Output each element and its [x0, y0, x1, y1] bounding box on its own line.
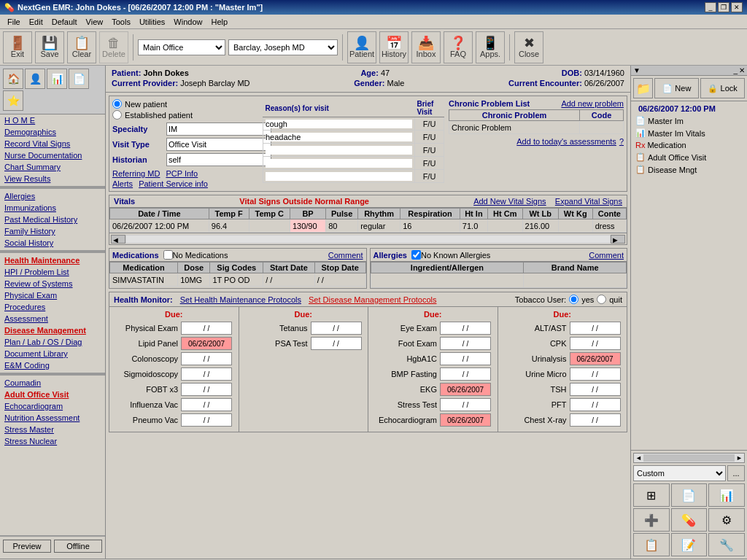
- sidebar-item-nurse-doc[interactable]: Nurse Documentation: [0, 149, 105, 161]
- menu-tools[interactable]: Tools: [107, 16, 135, 28]
- hm-protocol1-link[interactable]: Set Health Maintenance Protocols: [180, 295, 301, 304]
- office-select[interactable]: Main Office: [138, 39, 225, 55]
- menu-default[interactable]: Default: [47, 16, 82, 28]
- sidebar-item-coumadin[interactable]: Coumadin: [0, 377, 105, 389]
- menu-file[interactable]: File: [3, 16, 25, 28]
- tree-item-medication[interactable]: Rx Medication: [632, 139, 746, 151]
- clear-button[interactable]: 📋 Clear: [67, 31, 96, 63]
- fr-grid-btn-6[interactable]: ⚙: [708, 508, 745, 532]
- referring-md-link[interactable]: Referring MD: [112, 169, 160, 178]
- sidebar-item-procedures[interactable]: Procedures: [0, 301, 105, 313]
- reason-input-3[interactable]: [266, 146, 412, 155]
- window-controls[interactable]: _ ❐ ✕: [705, 2, 743, 12]
- sidebar-item-stress-master[interactable]: Stress Master: [0, 424, 105, 435]
- tree-item-master-im[interactable]: 📄 Master Im: [632, 114, 746, 127]
- hm-protocol2-link[interactable]: Set Disease Management Protocols: [309, 295, 436, 304]
- hm-psa-value[interactable]: / /: [311, 337, 362, 350]
- hm-inf-value[interactable]: / /: [181, 398, 232, 411]
- vitals-scrollbar[interactable]: ◄ ►: [109, 233, 627, 244]
- sidebar-item-assessment[interactable]: Assessment: [0, 313, 105, 324]
- no-meds-checkbox[interactable]: [163, 250, 173, 260]
- fr-grid-btn-7[interactable]: 📋: [633, 533, 670, 556]
- fao-button[interactable]: ❓ FAQ: [444, 31, 473, 63]
- reason-input-5[interactable]: [266, 172, 412, 181]
- tree-item-disease-mngt[interactable]: 📋 Disease Mngt: [632, 163, 746, 176]
- sidebar-item-adult-office[interactable]: Adult Office Visit: [0, 389, 105, 400]
- fr-custom-select[interactable]: Custom: [633, 465, 726, 481]
- reason-input-1[interactable]: [266, 120, 412, 128]
- nav-icon-chart[interactable]: 📊: [47, 69, 67, 89]
- hm-tsh-value[interactable]: / /: [570, 383, 621, 396]
- help-link[interactable]: ?: [619, 137, 624, 146]
- menu-help[interactable]: Help: [206, 16, 232, 28]
- nav-icon-person[interactable]: 👤: [25, 69, 45, 89]
- exit-button[interactable]: 🚪 Exit: [3, 31, 32, 63]
- sidebar-item-plan-lab[interactable]: Plan / Lab / OS / Diag: [0, 336, 105, 348]
- fr-grid-btn-8[interactable]: 📝: [671, 533, 708, 556]
- patient-service-link[interactable]: Patient Service info: [139, 179, 208, 188]
- sidebar-item-em-coding[interactable]: E&M Coding: [0, 359, 105, 371]
- fr-grid-btn-4[interactable]: ➕: [633, 508, 670, 532]
- fr-ellipsis-btn[interactable]: ...: [727, 465, 745, 481]
- minimize-btn[interactable]: _: [705, 2, 716, 12]
- menu-view[interactable]: View: [82, 16, 108, 28]
- fr-scrollbar[interactable]: ◄ ►: [633, 453, 745, 463]
- restore-btn[interactable]: ❐: [718, 2, 729, 12]
- preview-button[interactable]: Preview: [3, 540, 51, 553]
- sidebar-item-home[interactable]: H O M E: [0, 114, 105, 126]
- sidebar-item-disease-management[interactable]: Disease Management: [0, 324, 105, 336]
- nav-icon-home[interactable]: 🏠: [3, 69, 23, 89]
- hm-sig-value[interactable]: / /: [181, 368, 232, 381]
- menu-window[interactable]: Window: [169, 16, 206, 28]
- hm-eye-value[interactable]: / /: [440, 322, 491, 335]
- hm-tet-value[interactable]: / /: [311, 322, 362, 335]
- fr-min-btn[interactable]: _: [733, 66, 738, 74]
- patient-button[interactable]: 👤 Patient: [347, 31, 376, 63]
- sidebar-item-demographics[interactable]: Demographics: [0, 126, 105, 138]
- sidebar-item-document-library[interactable]: Document Library: [0, 348, 105, 359]
- pcp-info-link[interactable]: PCP Info: [166, 169, 198, 178]
- fr-grid-btn-5[interactable]: 💊: [671, 508, 708, 532]
- hm-um-value[interactable]: / /: [570, 368, 621, 381]
- hm-pe-value[interactable]: / /: [181, 322, 232, 335]
- tree-item-adult-office[interactable]: 📋 Adult Office Visit: [632, 151, 746, 163]
- hm-cxr-value[interactable]: / /: [570, 413, 621, 427]
- fr-scroll-right[interactable]: ►: [735, 454, 744, 462]
- hm-pft-value[interactable]: / /: [570, 398, 621, 411]
- historian-input[interactable]: [166, 153, 271, 166]
- hm-alt-value[interactable]: / /: [570, 322, 621, 335]
- hm-bmp-value[interactable]: / /: [440, 368, 491, 381]
- fr-close-btn[interactable]: ✕: [739, 66, 745, 74]
- inbox-button[interactable]: 📥 Inbox: [411, 31, 441, 63]
- fr-grid-btn-3[interactable]: 📊: [708, 483, 745, 507]
- hm-pneu-value[interactable]: / /: [181, 413, 232, 427]
- specialty-input[interactable]: [166, 122, 271, 136]
- provider-select[interactable]: Barclay, Joseph MD: [228, 39, 338, 55]
- reason-input-2[interactable]: [266, 133, 412, 141]
- tree-item-master-im-vitals[interactable]: 📊 Master Im Vitals: [632, 127, 746, 139]
- tobacco-quit-radio[interactable]: [597, 295, 606, 304]
- scroll-right-btn[interactable]: ►: [611, 235, 625, 244]
- fr-new-button[interactable]: 📄 New: [654, 78, 699, 98]
- nav-icon-star[interactable]: ⭐: [3, 90, 23, 111]
- reason-input-4[interactable]: [266, 159, 412, 168]
- sidebar-item-allergies[interactable]: Allergies: [0, 190, 105, 202]
- sidebar-item-social-history[interactable]: Social History: [0, 237, 105, 249]
- close-btn[interactable]: ✕: [731, 2, 743, 12]
- history-button[interactable]: 📅 History: [379, 31, 409, 63]
- sidebar-item-family-history[interactable]: Family History: [0, 225, 105, 237]
- fr-lock-button[interactable]: 🔒 Lock: [700, 78, 745, 98]
- sidebar-item-chart-summary[interactable]: Chart Summary: [0, 161, 105, 173]
- hm-hgb-value[interactable]: / /: [440, 352, 491, 365]
- sidebar-item-view-results[interactable]: View Results: [0, 173, 105, 184]
- add-vitals-link[interactable]: Add New Vital Signs: [473, 197, 546, 206]
- offline-button[interactable]: Offline: [54, 540, 102, 553]
- save-button[interactable]: 💾 Save: [35, 31, 64, 63]
- new-patient-radio[interactable]: [112, 99, 122, 109]
- hm-fobt-value[interactable]: / /: [181, 383, 232, 396]
- sidebar-item-hpi[interactable]: HPI / Problem List: [0, 266, 105, 278]
- sidebar-item-nutrition[interactable]: Nutrition Assessment: [0, 412, 105, 424]
- nav-icon-doc[interactable]: 📄: [69, 69, 89, 89]
- hm-cpk-value[interactable]: / /: [570, 337, 621, 350]
- hm-colon-value[interactable]: / /: [181, 352, 232, 365]
